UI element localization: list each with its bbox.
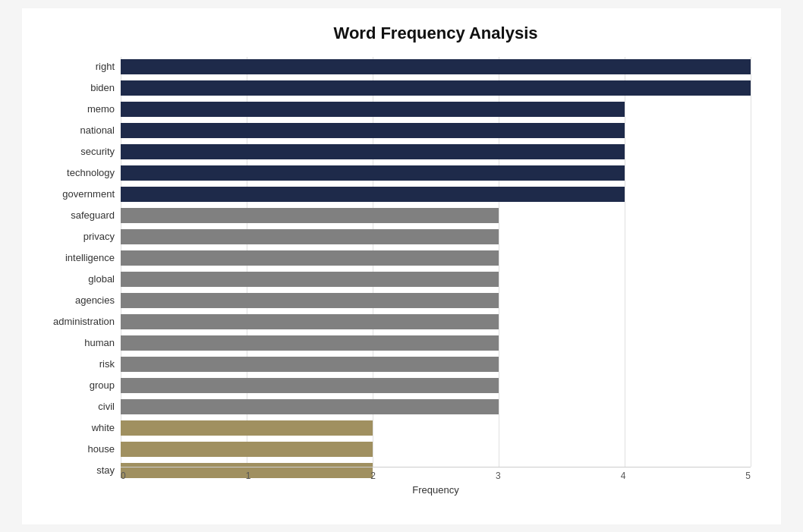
- x-tick: 3: [496, 471, 501, 481]
- bar-label: biden: [37, 82, 121, 93]
- bar-track: [121, 123, 751, 138]
- bar-fill: [121, 420, 373, 436]
- bar-track: [121, 335, 751, 351]
- bar-track: [121, 420, 751, 436]
- x-tick: 4: [621, 471, 626, 481]
- x-tick: 0: [121, 471, 126, 481]
- grid-line: [751, 57, 751, 467]
- bar-fill: [121, 357, 499, 372]
- bar-row: privacy: [121, 227, 751, 247]
- x-tick: 5: [745, 471, 751, 481]
- bar-label: agencies: [37, 294, 121, 306]
- bar-label: government: [37, 188, 121, 200]
- bar-fill: [121, 399, 499, 414]
- bar-label: human: [37, 337, 121, 348]
- bar-row: intelligence: [121, 248, 751, 268]
- bar-row: agencies: [121, 291, 751, 310]
- bar-label: stay: [37, 464, 121, 476]
- bar-row: risk: [121, 354, 751, 374]
- bar-fill: [121, 378, 499, 393]
- bar-label: group: [37, 379, 121, 391]
- bar-track: [121, 229, 751, 244]
- bar-label: national: [37, 124, 121, 136]
- chart-area: rightbidenmemonationalsecuritytechnology…: [121, 57, 751, 497]
- bar-fill: [121, 272, 499, 287]
- bar-fill: [121, 123, 625, 138]
- bar-row: biden: [121, 78, 751, 98]
- bar-fill: [121, 165, 625, 181]
- bar-track: [121, 357, 751, 372]
- bar-track: [121, 314, 751, 329]
- bar-fill: [121, 187, 625, 202]
- bar-fill: [121, 80, 751, 96]
- bar-label: risk: [37, 358, 121, 370]
- bar-track: [121, 250, 751, 266]
- bar-label: intelligence: [37, 252, 121, 263]
- bar-track: [121, 144, 751, 159]
- bars-section: rightbidenmemonationalsecuritytechnology…: [121, 57, 751, 467]
- bar-row: government: [121, 184, 751, 204]
- bar-track: [121, 208, 751, 223]
- bar-track: [121, 442, 751, 457]
- bar-row: security: [121, 142, 751, 162]
- bar-row: global: [121, 269, 751, 289]
- bar-row: national: [121, 121, 751, 140]
- bar-track: [121, 59, 751, 74]
- bar-fill: [121, 208, 499, 223]
- bar-fill: [121, 229, 499, 244]
- bar-row: civil: [121, 397, 751, 417]
- bar-row: white: [121, 418, 751, 438]
- bar-label: safeguard: [37, 209, 121, 221]
- bar-label: administration: [37, 316, 121, 327]
- bar-fill: [121, 442, 373, 457]
- bar-row: right: [121, 57, 751, 77]
- bar-row: group: [121, 376, 751, 395]
- x-axis-label: Frequency: [121, 484, 751, 496]
- bar-row: safeguard: [121, 206, 751, 225]
- x-ticks: 012345: [121, 467, 751, 481]
- bar-track: [121, 80, 751, 96]
- bar-row: house: [121, 439, 751, 459]
- bar-label: house: [37, 443, 121, 455]
- bar-track: [121, 165, 751, 181]
- bar-row: memo: [121, 99, 751, 119]
- chart-title: Word Frequency Analysis: [121, 24, 751, 43]
- bar-label: white: [37, 422, 121, 433]
- bar-fill: [121, 250, 499, 266]
- bar-row: administration: [121, 312, 751, 332]
- bar-track: [121, 187, 751, 202]
- bar-fill: [121, 335, 499, 351]
- bar-track: [121, 399, 751, 414]
- bar-label: civil: [37, 401, 121, 412]
- bar-row: human: [121, 333, 751, 353]
- bar-fill: [121, 144, 625, 159]
- x-tick: 1: [246, 471, 251, 481]
- bar-label: technology: [37, 167, 121, 178]
- bar-label: global: [37, 273, 121, 285]
- bar-track: [121, 102, 751, 117]
- bar-fill: [121, 293, 499, 308]
- bar-label: privacy: [37, 231, 121, 242]
- chart-container: Word Frequency Analysis rightbidenmemona…: [22, 8, 781, 524]
- bar-row: technology: [121, 163, 751, 183]
- bar-fill: [121, 102, 625, 117]
- bar-label: memo: [37, 103, 121, 115]
- bar-track: [121, 378, 751, 393]
- x-axis: 012345 Frequency: [121, 467, 751, 497]
- bar-fill: [121, 59, 751, 74]
- bar-fill: [121, 314, 499, 329]
- x-tick: 2: [370, 471, 376, 481]
- bar-track: [121, 293, 751, 308]
- bar-track: [121, 272, 751, 287]
- bar-label: right: [37, 61, 121, 72]
- bar-label: security: [37, 146, 121, 157]
